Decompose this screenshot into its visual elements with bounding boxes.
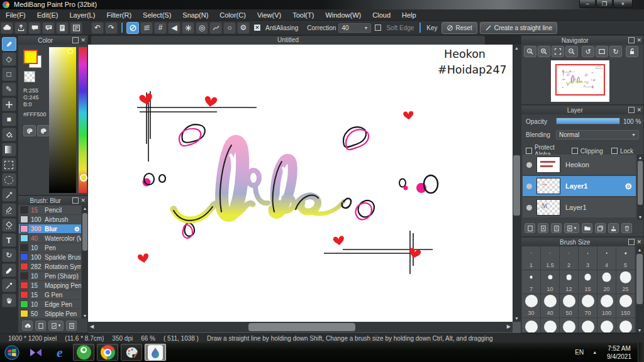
minimize-button[interactable]: –	[579, 0, 596, 8]
move-tool[interactable]	[2, 97, 16, 111]
popout-icon[interactable]	[72, 37, 79, 43]
text-tool[interactable]: T	[2, 233, 16, 247]
fit-screen-icon[interactable]	[552, 46, 564, 57]
snap-concentric-icon[interactable]: ◎	[196, 22, 208, 34]
brush-size-cell[interactable]: 3	[579, 246, 597, 270]
brush-size-cell[interactable]	[579, 318, 597, 333]
medibang-paint-icon[interactable]	[145, 344, 166, 361]
menu-item[interactable]: View(V)	[252, 9, 287, 21]
brush-size-cell[interactable]: 5	[616, 246, 635, 270]
navigator-header[interactable]: Navigator ✕	[521, 36, 643, 45]
layer-folder-icon[interactable]	[582, 223, 592, 233]
menu-item[interactable]: File(F)	[0, 9, 31, 21]
brush-size-header[interactable]: Brush Size ✕	[521, 238, 643, 246]
menu-item[interactable]: Window(W)	[319, 9, 367, 21]
brush-list-item[interactable]: 10 Pen (Sharp) ⚙	[19, 272, 81, 280]
brush-size-cell[interactable]: 25	[616, 270, 635, 293]
create-straight-line-button[interactable]: Create a straight line	[480, 22, 557, 34]
brush-size-cell[interactable]: 1	[522, 246, 540, 270]
brush-size-cell[interactable]: 150	[616, 294, 635, 317]
saturation-value-box[interactable]	[49, 47, 76, 193]
fill-shape-tool[interactable]: ■	[2, 112, 16, 126]
brush-size-cell[interactable]: 50	[560, 294, 578, 317]
document-icon[interactable]	[56, 22, 69, 34]
brush-size-cell[interactable]: 4	[597, 246, 616, 270]
pen-tool[interactable]	[2, 263, 16, 277]
menu-item[interactable]: Cloud	[367, 9, 396, 21]
edit-brush-icon[interactable]: ▼	[48, 321, 64, 331]
popout-icon[interactable]	[628, 107, 635, 113]
redo-icon[interactable]: ↷	[105, 22, 118, 34]
brush-size-cell[interactable]	[560, 318, 578, 333]
brush-list-item[interactable]: 50 Stipple Pen ⚙	[19, 309, 81, 318]
transparent-color-swatch[interactable]	[24, 71, 35, 82]
hand-tool[interactable]	[2, 293, 16, 307]
brush-tool[interactable]	[2, 37, 16, 51]
delete-layer-icon[interactable]	[621, 223, 632, 233]
duplicate-layer-icon[interactable]	[595, 223, 606, 233]
operation-tool[interactable]: ↻	[2, 248, 16, 262]
add-layer-menu-icon[interactable]: ▼	[564, 223, 579, 233]
close-icon[interactable]: ✕	[636, 107, 641, 112]
snap-curve-icon[interactable]	[209, 22, 222, 34]
snap-ellipse-icon[interactable]: ○	[223, 22, 236, 34]
close-icon[interactable]: ✕	[636, 38, 641, 43]
reset-button[interactable]: Reset	[441, 22, 477, 34]
color-panel-header[interactable]: Color ✕	[18, 36, 87, 45]
brush-list-item[interactable]: 300 Blur ⚙	[19, 224, 81, 233]
new-layer-icon[interactable]	[525, 223, 535, 233]
close-icon[interactable]: ✕	[636, 239, 641, 244]
start-button[interactable]	[1, 344, 23, 361]
menu-item[interactable]: Edit(E)	[31, 9, 64, 21]
snap-grid-icon[interactable]: #	[154, 22, 167, 34]
panel-settings-icon[interactable]	[70, 22, 82, 34]
brush-size-cell[interactable]: 20	[597, 270, 616, 293]
select-shape-tool[interactable]: □	[2, 67, 16, 81]
brush-list-item[interactable]: 282 Rotation Sym ⚙	[19, 262, 81, 271]
brush-size-cell[interactable]: 1.5	[541, 246, 559, 270]
brush-list-item[interactable]: 10 Edge Pen ⚙	[19, 300, 81, 309]
brush-size-cell[interactable]: 10	[541, 270, 559, 293]
layer-visibility-icon[interactable]	[526, 205, 532, 211]
tray-expand-icon[interactable]: ▲	[592, 350, 597, 354]
script-brush-icon[interactable]: S	[66, 321, 77, 331]
brush-size-cell[interactable]: 30	[522, 294, 540, 317]
popout-icon[interactable]	[72, 197, 79, 204]
brush-list-item[interactable]: 100 Sparkle Brush ⚙	[19, 253, 81, 261]
zoom-100-icon[interactable]: 1	[524, 46, 536, 57]
title-bar[interactable]: MediBang Paint Pro (32bit) – ❒ ×	[0, 0, 644, 9]
restore-button[interactable]: ❒	[596, 0, 613, 8]
layer-scrollbar[interactable]: ▲▼	[637, 155, 643, 220]
cloud-icon[interactable]	[1, 22, 13, 34]
select-rect-tool[interactable]	[2, 158, 16, 172]
coccoc-icon[interactable]	[73, 344, 94, 361]
menu-item[interactable]: Layer(L)	[64, 9, 101, 21]
lasso-tool[interactable]	[2, 173, 16, 187]
brush-list-item[interactable]: 40 Watercolor (W ⚙	[19, 234, 81, 243]
close-icon[interactable]: ✕	[80, 198, 86, 203]
eraser-tool[interactable]: ◇	[2, 52, 16, 66]
checkbox-box[interactable]	[572, 148, 578, 154]
brush-list-item[interactable]: 15 Pencil ⚙	[19, 206, 81, 214]
brush-list-scrollbar[interactable]: ▲▼	[82, 206, 88, 319]
snap-parallel-icon[interactable]	[140, 22, 153, 34]
menu-item[interactable]: Color(C)	[214, 9, 252, 21]
reset-rotation-icon[interactable]	[596, 46, 608, 57]
blending-dropdown[interactable]: Normal▼	[556, 130, 639, 140]
menu-item[interactable]: Tool(T)	[287, 9, 319, 21]
navigator-thumbnail[interactable]	[551, 60, 609, 102]
magic-wand-tool[interactable]	[2, 188, 16, 202]
undo-icon[interactable]: ↶	[91, 22, 104, 34]
close-button[interactable]: ×	[613, 0, 633, 8]
soft-edge-checkbox[interactable]	[375, 25, 381, 31]
snap-settings-icon[interactable]: ⚙	[237, 22, 250, 34]
merge-layer-icon[interactable]	[608, 223, 619, 233]
canvas[interactable]: Heokon #Hoidap247	[88, 45, 513, 322]
gradient-tool[interactable]	[2, 143, 16, 156]
unlock-icon[interactable]	[626, 46, 638, 57]
brush-size-scrollbar[interactable]: ▲▼	[636, 246, 643, 333]
antialiasing-checkbox[interactable]: ✕	[254, 25, 260, 31]
canvas-vscrollbar[interactable]: ▲▼	[513, 45, 521, 322]
popout-icon[interactable]	[628, 37, 635, 43]
clock[interactable]: 7:52 AM 9/4/2021	[607, 344, 631, 361]
